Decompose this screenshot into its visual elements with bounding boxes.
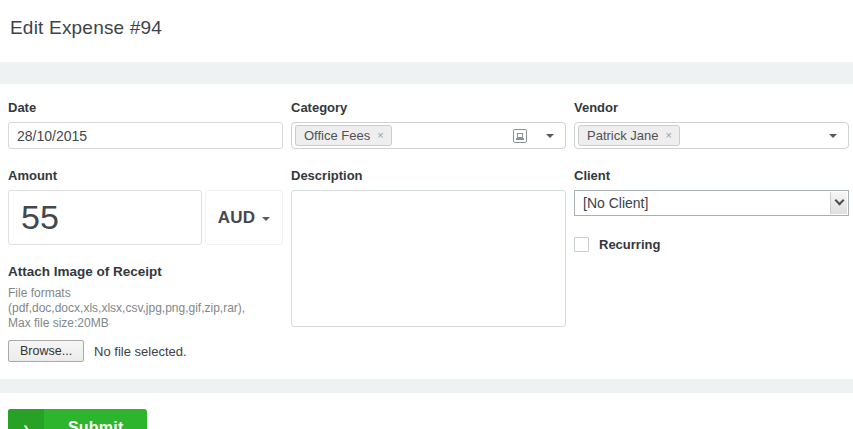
attachment-hint-line2: Max file size:20MB: [8, 316, 283, 331]
recurring-row: Recurring: [574, 237, 849, 252]
date-label: Date: [8, 100, 283, 115]
page-header: Edit Expense #94: [0, 0, 853, 62]
vendor-label: Vendor: [574, 100, 849, 115]
remove-tag-icon[interactable]: ×: [377, 130, 383, 141]
caret-down-icon: [262, 217, 270, 221]
submit-button[interactable]: › Submit: [8, 409, 147, 429]
form-column-right: Vendor Patrick Jane × Client [No Client]: [574, 100, 849, 362]
category-tag-text: Office Fees: [304, 128, 370, 143]
chevron-right-icon: ›: [8, 409, 44, 429]
date-input[interactable]: [8, 122, 283, 149]
client-label: Client: [574, 168, 849, 183]
form-column-middle: Category Office Fees × Description: [291, 100, 566, 362]
category-label: Category: [291, 100, 566, 115]
currency-dropdown-button[interactable]: AUD: [205, 190, 283, 245]
submit-row: › Submit: [0, 393, 853, 429]
category-multiselect[interactable]: Office Fees ×: [291, 122, 566, 149]
amount-label: Amount: [8, 168, 283, 183]
form-column-left: Date Amount AUD Attach Image of Receipt: [8, 100, 283, 362]
currency-label: AUD: [218, 208, 256, 228]
client-selected-value: [No Client]: [583, 195, 648, 211]
vendor-field-group: Vendor Patrick Jane ×: [574, 100, 849, 149]
vendor-multiselect[interactable]: Patrick Jane ×: [574, 122, 849, 149]
expense-form: Date Amount AUD Attach Image of Receipt: [0, 84, 853, 362]
edit-expense-page: Edit Expense #94 Date Amount AUD: [0, 0, 853, 429]
caret-down-icon[interactable]: [829, 134, 837, 138]
description-field-group: Description: [291, 168, 566, 331]
vendor-tag-text: Patrick Jane: [587, 128, 659, 143]
client-select[interactable]: [No Client]: [574, 190, 849, 216]
date-field-group: Date: [8, 100, 283, 149]
list-toggle-icon[interactable]: [513, 129, 527, 143]
description-label: Description: [291, 168, 566, 183]
attachment-title: Attach Image of Receipt: [8, 264, 283, 279]
caret-down-icon[interactable]: [546, 134, 554, 138]
description-textarea[interactable]: [291, 190, 566, 327]
remove-tag-icon[interactable]: ×: [666, 130, 672, 141]
bottom-divider-band: [0, 379, 853, 393]
top-divider-band: [0, 62, 853, 84]
attachment-section: Attach Image of Receipt File formats (pd…: [8, 264, 283, 362]
attachment-hint-line1: File formats (pdf,doc,docx,xls,xlsx,csv,…: [8, 286, 283, 316]
client-field-group: Client [No Client] Recurring: [574, 168, 849, 252]
category-tag: Office Fees ×: [295, 125, 392, 146]
no-file-selected-text: No file selected.: [94, 344, 187, 359]
category-field-group: Category Office Fees ×: [291, 100, 566, 149]
vendor-tag: Patrick Jane ×: [578, 125, 680, 146]
recurring-label: Recurring: [599, 237, 660, 252]
recurring-checkbox[interactable]: [574, 237, 589, 252]
submit-button-label: Submit: [44, 409, 147, 429]
browse-file-button[interactable]: Browse...: [8, 340, 84, 362]
amount-field-group: Amount AUD: [8, 168, 283, 245]
amount-input[interactable]: [8, 190, 202, 245]
page-title: Edit Expense #94: [10, 17, 843, 39]
